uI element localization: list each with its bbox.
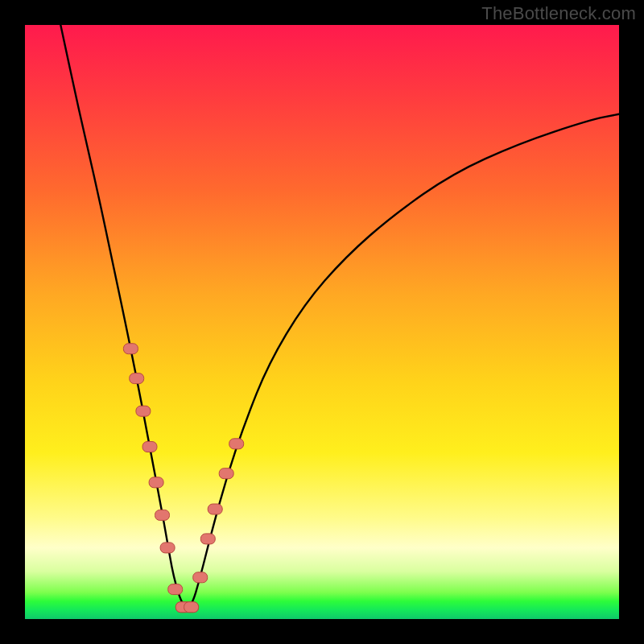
bottleneck-curve <box>60 25 619 607</box>
plot-area <box>25 25 619 619</box>
highlighted-point <box>200 534 215 544</box>
highlighted-point <box>136 406 151 416</box>
highlighted-point <box>160 543 175 553</box>
highlighted-point <box>219 469 233 479</box>
highlighted-points-group <box>123 344 243 613</box>
highlighted-point <box>193 572 208 583</box>
highlighted-point <box>123 344 138 354</box>
highlighted-point <box>168 584 183 595</box>
highlighted-point <box>142 442 157 452</box>
highlighted-point <box>155 510 170 520</box>
curve-path-group <box>60 25 619 607</box>
highlighted-point <box>229 439 244 449</box>
watermark-text: TheBottleneck.com <box>481 3 636 24</box>
chart-svg <box>25 25 619 619</box>
chart-frame: TheBottleneck.com <box>0 0 644 644</box>
highlighted-point <box>184 602 199 613</box>
highlighted-point <box>208 504 222 514</box>
highlighted-point <box>130 374 144 384</box>
highlighted-point <box>149 477 163 488</box>
